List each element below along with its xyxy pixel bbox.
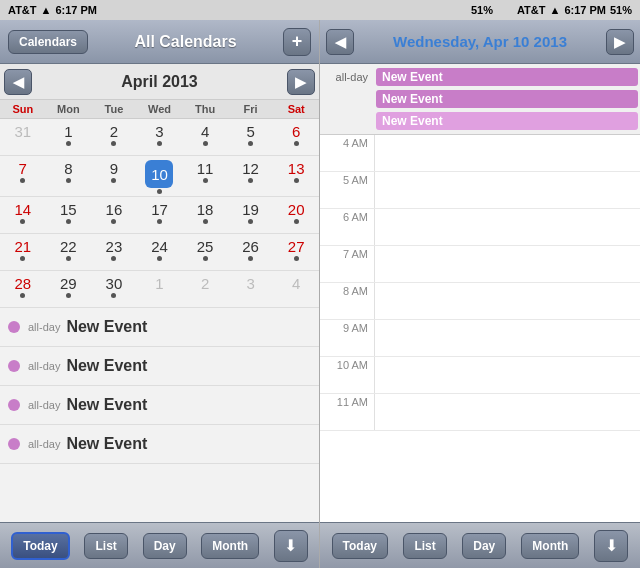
- right-list-tab[interactable]: List: [403, 533, 447, 559]
- calendar-day[interactable]: 9: [91, 156, 137, 196]
- calendars-button[interactable]: Calendars: [8, 30, 88, 54]
- calendar-day[interactable]: 2: [182, 271, 228, 307]
- time-scroll[interactable]: 4 AM5 AM6 AM7 AM8 AM9 AM10 AM11 AM: [320, 135, 640, 522]
- event-dot: [66, 219, 71, 224]
- calendar-day[interactable]: 3: [137, 119, 183, 155]
- calendar-day[interactable]: 21: [0, 234, 46, 270]
- calendar-day[interactable]: 3: [228, 271, 274, 307]
- calendar-day[interactable]: 23: [91, 234, 137, 270]
- calendar-day[interactable]: 4: [182, 119, 228, 155]
- calendar-day[interactable]: 29: [46, 271, 92, 307]
- calendar-day[interactable]: 8: [46, 156, 92, 196]
- today-tab[interactable]: Today: [11, 532, 69, 560]
- left-panel: Calendars All Calendars + ◀ April 2013 ▶…: [0, 0, 320, 568]
- event-dot: [66, 256, 71, 261]
- calendar-day[interactable]: 12: [228, 156, 274, 196]
- time-content[interactable]: [374, 357, 640, 393]
- event-dot: [111, 141, 116, 146]
- allday-event-item[interactable]: all-day New Event: [0, 425, 319, 464]
- time-content[interactable]: [374, 172, 640, 208]
- day-number: 24: [151, 238, 168, 255]
- allday-event-item[interactable]: all-day New Event: [0, 308, 319, 347]
- calendar-day[interactable]: 15: [46, 197, 92, 233]
- time-content[interactable]: [374, 209, 640, 245]
- calendar-day[interactable]: 25: [182, 234, 228, 270]
- time-content[interactable]: [374, 246, 640, 282]
- right-allday-row[interactable]: New Event: [320, 110, 640, 132]
- right-today-tab[interactable]: Today: [332, 533, 388, 559]
- calendar-nav: ◀ April 2013 ▶: [0, 64, 319, 100]
- calendar-day[interactable]: 26: [228, 234, 274, 270]
- calendar-day[interactable]: 5: [228, 119, 274, 155]
- day-number: 3: [155, 123, 163, 140]
- time-label: 4 AM: [320, 135, 374, 149]
- calendar-day[interactable]: 4: [273, 271, 319, 307]
- event-dot: [248, 141, 253, 146]
- calendar-day[interactable]: 13: [273, 156, 319, 196]
- next-month-button[interactable]: ▶: [287, 69, 315, 95]
- battery-right: 51%: [610, 4, 632, 16]
- calendar-day[interactable]: 1: [46, 119, 92, 155]
- event-dot: [248, 178, 253, 183]
- allday-section: all-dayNew EventNew EventNew Event: [320, 64, 640, 135]
- day-number: 17: [151, 201, 168, 218]
- calendar-day[interactable]: 27: [273, 234, 319, 270]
- allday-label: all-day: [28, 438, 60, 450]
- event-dot-icon: [8, 321, 20, 333]
- calendar-day[interactable]: 11: [182, 156, 228, 196]
- left-title: All Calendars: [134, 33, 236, 51]
- time-content[interactable]: [374, 135, 640, 171]
- time-content[interactable]: [374, 320, 640, 356]
- prev-month-button[interactable]: ◀: [4, 69, 32, 95]
- allday-label: all-day: [28, 360, 60, 372]
- share-button[interactable]: ⬇: [274, 530, 308, 562]
- right-day-tab[interactable]: Day: [462, 533, 506, 559]
- allday-event-item[interactable]: all-day New Event: [0, 386, 319, 425]
- day-number: 20: [288, 201, 305, 218]
- calendar-day[interactable]: 22: [46, 234, 92, 270]
- add-event-button[interactable]: +: [283, 28, 311, 56]
- day-tab[interactable]: Day: [143, 533, 187, 559]
- calendar-day[interactable]: 20: [273, 197, 319, 233]
- right-title: Wednesday, Apr 10 2013: [393, 33, 567, 50]
- event-dot: [111, 219, 116, 224]
- right-prev-button[interactable]: ◀: [326, 29, 354, 55]
- calendar-day[interactable]: 1: [137, 271, 183, 307]
- allday-event-col: New Event: [374, 67, 640, 87]
- allday-event-box[interactable]: New Event: [376, 68, 638, 86]
- time-content[interactable]: [374, 283, 640, 319]
- wifi-right-icon: ▲: [550, 4, 561, 16]
- allday-event-box[interactable]: New Event: [376, 112, 638, 130]
- calendar-day[interactable]: 2: [91, 119, 137, 155]
- right-share-button[interactable]: ⬇: [594, 530, 628, 562]
- calendar-day[interactable]: 30: [91, 271, 137, 307]
- time-label: 10 AM: [320, 357, 374, 371]
- day-number: 29: [60, 275, 77, 292]
- right-allday-row[interactable]: all-dayNew Event: [320, 66, 640, 88]
- calendar-day[interactable]: 7: [0, 156, 46, 196]
- calendar-day[interactable]: 6: [273, 119, 319, 155]
- day-number: 21: [14, 238, 31, 255]
- time-content[interactable]: [374, 394, 640, 430]
- calendar-day[interactable]: 28: [0, 271, 46, 307]
- right-panel: ◀ Wednesday, Apr 10 2013 ▶ all-dayNew Ev…: [320, 0, 640, 568]
- event-dot: [294, 178, 299, 183]
- allday-event-item[interactable]: all-day New Event: [0, 347, 319, 386]
- calendar-day[interactable]: 24: [137, 234, 183, 270]
- list-tab[interactable]: List: [84, 533, 128, 559]
- calendar-day[interactable]: 16: [91, 197, 137, 233]
- right-allday-row[interactable]: New Event: [320, 88, 640, 110]
- right-next-button[interactable]: ▶: [606, 29, 634, 55]
- allday-event-box[interactable]: New Event: [376, 90, 638, 108]
- day-number: 5: [246, 123, 254, 140]
- calendar-day[interactable]: 18: [182, 197, 228, 233]
- calendar-day[interactable]: 31: [0, 119, 46, 155]
- calendar-day[interactable]: 19: [228, 197, 274, 233]
- month-tab[interactable]: Month: [201, 533, 259, 559]
- calendar-day[interactable]: 14: [0, 197, 46, 233]
- right-month-tab[interactable]: Month: [521, 533, 579, 559]
- calendar-day[interactable]: 17: [137, 197, 183, 233]
- day-number: 22: [60, 238, 77, 255]
- calendar-day[interactable]: 10: [137, 156, 183, 196]
- day-number: 6: [292, 123, 300, 140]
